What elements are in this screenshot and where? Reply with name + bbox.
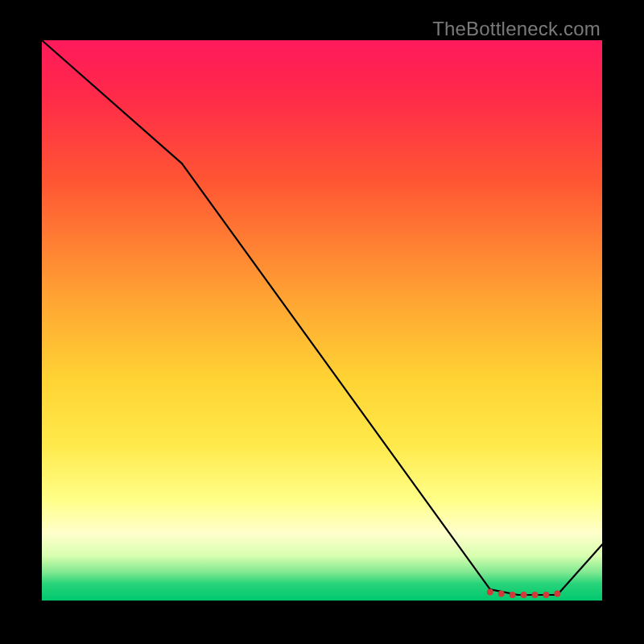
chart-frame: TheBottleneck.com	[0, 0, 644, 644]
marker-dot	[543, 592, 549, 598]
marker-dot	[498, 591, 505, 597]
marker-dot	[510, 592, 516, 598]
marker-dot	[521, 592, 527, 598]
marker-dot	[487, 589, 493, 596]
watermark-text: TheBottleneck.com	[432, 18, 601, 40]
curve-line	[42, 40, 602, 595]
marker-dot	[554, 591, 560, 597]
chart-overlay	[42, 40, 602, 601]
marker-dot	[532, 592, 539, 598]
